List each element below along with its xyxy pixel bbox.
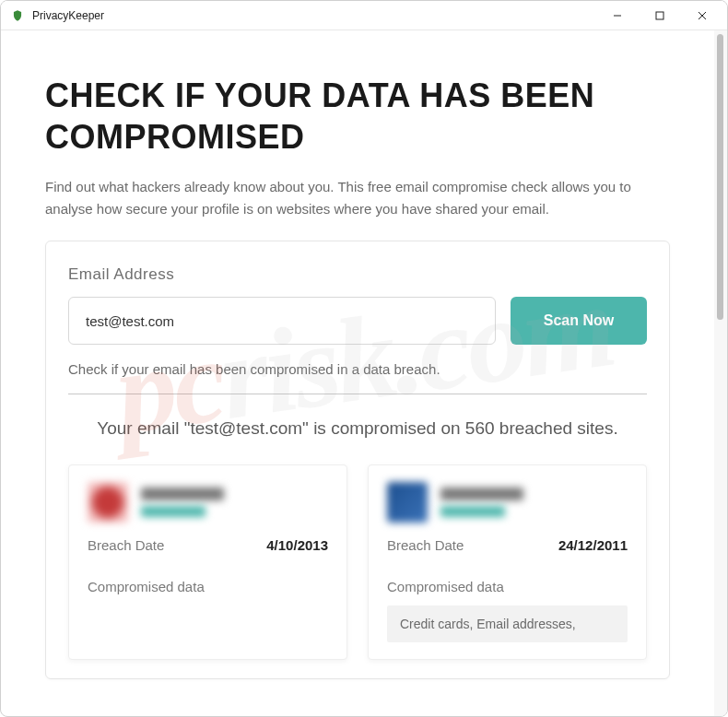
breach-title-block (141, 488, 224, 517)
breach-title-block (440, 488, 523, 517)
email-field[interactable] (68, 297, 496, 345)
breach-date-row: Breach Date 24/12/2011 (387, 537, 628, 553)
breach-card: Breach Date 24/12/2011 Compromised data … (368, 464, 647, 660)
page-content: CHECK IF YOUR DATA HAS BEEN COMPROMISED … (1, 30, 714, 716)
breach-logo-icon (387, 482, 428, 523)
breach-date-value: 24/12/2011 (558, 537, 628, 553)
scan-button[interactable]: Scan Now (511, 297, 647, 345)
compromised-label: Compromised data (88, 579, 328, 594)
breach-grid: Breach Date 4/10/2013 Compromised data (68, 464, 647, 660)
window-controls (596, 1, 723, 30)
input-row: Scan Now (68, 297, 647, 345)
app-window: PrivacyKeeper CHECK IF YOUR DATA HAS BEE… (0, 0, 728, 717)
svg-rect-1 (656, 12, 663, 19)
helper-text: Check if your email has been compromised… (68, 361, 647, 394)
result-message: Your email "test@test.com" is compromise… (68, 394, 647, 464)
vertical-scrollbar[interactable] (714, 30, 727, 716)
breach-card: Breach Date 4/10/2013 Compromised data (68, 464, 347, 660)
breach-name-blurred (440, 488, 523, 500)
content-wrap: CHECK IF YOUR DATA HAS BEEN COMPROMISED … (1, 30, 727, 716)
compromised-data: Credit cards, Email addresses, (387, 605, 628, 642)
scan-card: Email Address Scan Now Check if your ema… (45, 241, 670, 679)
page-intro: Find out what hackers already know about… (45, 176, 635, 220)
breach-logo-icon (88, 482, 128, 523)
email-label: Email Address (68, 265, 647, 284)
app-icon (10, 8, 25, 23)
breach-link-blurred (141, 506, 205, 517)
minimize-button[interactable] (596, 1, 639, 30)
breach-date-label: Breach Date (387, 537, 464, 553)
scrollbar-thumb[interactable] (717, 34, 723, 320)
compromised-label: Compromised data (387, 579, 628, 594)
breach-header (88, 482, 328, 523)
breach-date-value: 4/10/2013 (266, 537, 328, 553)
window-title: PrivacyKeeper (32, 9, 596, 22)
breach-header (387, 482, 628, 523)
breach-link-blurred (440, 506, 505, 517)
page-heading: CHECK IF YOUR DATA HAS BEEN COMPROMISED (45, 75, 670, 158)
maximize-button[interactable] (639, 1, 681, 30)
breach-date-row: Breach Date 4/10/2013 (88, 537, 328, 553)
breach-date-label: Breach Date (88, 537, 164, 553)
close-button[interactable] (681, 1, 723, 30)
titlebar[interactable]: PrivacyKeeper (1, 1, 727, 30)
breach-name-blurred (141, 488, 224, 500)
